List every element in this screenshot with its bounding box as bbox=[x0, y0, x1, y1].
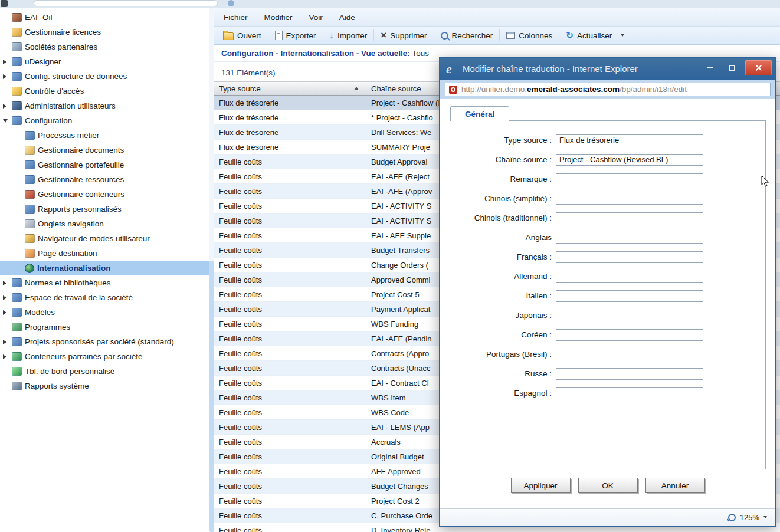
sidebar-item-label: Gestionnaire ressources bbox=[38, 175, 124, 184]
ok-button[interactable]: OK bbox=[578, 478, 638, 493]
cell-type-source: Feuille coûts bbox=[214, 184, 366, 198]
rechercher-button[interactable]: Rechercher bbox=[435, 28, 499, 43]
sidebar-item-gestionnaire-licences[interactable]: Gestionnaire licences bbox=[0, 25, 209, 40]
zoom-dropdown-icon[interactable] bbox=[763, 516, 767, 518]
sidebar-item-administration-utilisateurs[interactable]: Administration utilisateurs bbox=[0, 98, 209, 113]
menu-aide[interactable]: Aide bbox=[331, 13, 363, 22]
field-chinois-traditionnel: Chinois (traditionnel) : bbox=[450, 208, 765, 228]
francais-input[interactable] bbox=[556, 251, 703, 263]
actualiser-button[interactable]: Actualiser bbox=[561, 28, 617, 43]
sidebar-scrollbar-thumb[interactable] bbox=[209, 261, 214, 532]
sidebar-item-tbl-de-bord-personnalise[interactable]: Tbl. de bord personnalisé bbox=[0, 364, 209, 379]
japonais-input[interactable] bbox=[556, 310, 703, 321]
anglais-input[interactable] bbox=[556, 232, 703, 244]
expand-arrow-icon[interactable] bbox=[3, 74, 11, 79]
sidebar-item-configuration[interactable]: Configuration bbox=[0, 113, 209, 128]
espagnol-input[interactable] bbox=[556, 387, 703, 399]
allemand-input[interactable] bbox=[556, 271, 703, 283]
chinois-traditionnel-input[interactable] bbox=[556, 212, 703, 224]
cell-type-source: Feuille coûts bbox=[214, 302, 366, 316]
type-source-input[interactable] bbox=[556, 134, 703, 146]
navigation-tabs-icon bbox=[25, 219, 35, 228]
chaine-source-input[interactable] bbox=[556, 154, 703, 166]
sidebar-item-page-destination[interactable]: Page destination bbox=[0, 246, 209, 261]
cell-type-source: Feuille coûts bbox=[214, 331, 366, 346]
sidebar-item-normes-et-bibliotheques[interactable]: Normes et bibliothèques bbox=[0, 275, 209, 290]
cell-type-source: Feuille coûts bbox=[214, 243, 366, 257]
remarque-input[interactable] bbox=[556, 173, 703, 185]
expand-arrow-icon[interactable] bbox=[3, 281, 11, 285]
sidebar-item-udesigner[interactable]: uDesigner bbox=[0, 54, 209, 69]
maximize-button[interactable] bbox=[723, 61, 740, 75]
column-header-type-source[interactable]: Type source bbox=[214, 82, 366, 95]
sidebar-item-espace-de-travail-de-la-societe[interactable]: Espace de travail de la société bbox=[0, 290, 209, 305]
toolbar-button-label: Importer bbox=[337, 31, 367, 40]
expand-arrow-icon[interactable] bbox=[3, 354, 11, 359]
refresh-dropdown-button[interactable] bbox=[617, 28, 628, 43]
sidebar-item-navigateur-de-modes-utilisateur[interactable]: Navigateur de modes utilisateur bbox=[0, 231, 209, 246]
expand-arrow-icon[interactable] bbox=[3, 310, 11, 315]
sidebar-item-config-structure-de-donnees[interactable]: Config. structure de données bbox=[0, 69, 209, 84]
sidebar-item-gestionnaire-ressources[interactable]: Gestionnaire ressources bbox=[0, 172, 209, 187]
expand-arrow-icon[interactable] bbox=[3, 295, 11, 300]
address-bar-url[interactable]: http://unifier.demo.emerald-associates.c… bbox=[445, 83, 771, 96]
exporter-button[interactable]: Exporter bbox=[270, 28, 322, 43]
apply-button[interactable]: Appliquer bbox=[511, 478, 571, 493]
portugais-bresil-input[interactable] bbox=[556, 349, 703, 360]
menu-modifier[interactable]: Modifier bbox=[256, 13, 301, 22]
sidebar-item-controle-d-acces[interactable]: Contrôle d'accès bbox=[0, 84, 209, 98]
sidebar-item-label: Gestionnaire documents bbox=[38, 146, 124, 155]
russe-input[interactable] bbox=[556, 368, 703, 380]
programs-icon bbox=[12, 323, 22, 331]
italien-input[interactable] bbox=[556, 290, 703, 302]
ouvert-button[interactable]: Ouvert bbox=[218, 28, 267, 43]
tab-general[interactable]: Général bbox=[450, 106, 509, 121]
expand-arrow-icon[interactable] bbox=[3, 60, 11, 64]
browser-address-input-fragment[interactable] bbox=[34, 0, 218, 6]
sidebar-item-gestionnaire-documents[interactable]: Gestionnaire documents bbox=[0, 143, 209, 157]
cell-type-source: Feuille coûts bbox=[214, 435, 366, 449]
sidebar-item-label: Programmes bbox=[25, 323, 70, 331]
expand-arrow-icon[interactable] bbox=[3, 104, 11, 109]
cell-type-source: Flux de trésorerie bbox=[214, 110, 366, 124]
importer-button[interactable]: Importer bbox=[325, 28, 373, 43]
sidebar-item-processus-metier[interactable]: Processus métier bbox=[0, 128, 209, 143]
sidebar-item-internationalisation[interactable]: Internationalisation bbox=[0, 261, 209, 275]
coreen-input[interactable] bbox=[556, 329, 703, 341]
field-label-chaine-source: Chaîne source : bbox=[450, 155, 556, 164]
sidebar-item-modeles[interactable]: Modèles bbox=[0, 305, 209, 320]
portfolio-manager-icon bbox=[25, 160, 35, 169]
cancel-button[interactable]: Annuler bbox=[645, 478, 705, 493]
sidebar-item-rapports-systeme[interactable]: Rapports système bbox=[0, 379, 209, 393]
menu-fichier[interactable]: Fichier bbox=[215, 13, 256, 22]
zoom-level[interactable]: 125% bbox=[740, 513, 759, 522]
user-mode-navigator-icon bbox=[25, 234, 35, 243]
sidebar-item-onglets-navigation[interactable]: Onglets navigation bbox=[0, 216, 209, 231]
supprimer-button[interactable]: Supprimer bbox=[375, 28, 432, 43]
sidebar-item-label: Administration utilisateurs bbox=[25, 101, 116, 110]
field-label-russe: Russe : bbox=[450, 369, 556, 378]
dialog-titlebar[interactable]: Modifier chaîne traduction - Internet Ex… bbox=[440, 58, 775, 80]
cell-type-source: Feuille coûts bbox=[214, 508, 366, 523]
sidebar-item-societes-partenaires[interactable]: Sociétés partenaires bbox=[0, 40, 209, 54]
sidebar-item-programmes[interactable]: Programmes bbox=[0, 320, 209, 334]
expand-arrow-icon[interactable] bbox=[3, 340, 11, 344]
sidebar-item-rapports-personnalises[interactable]: Rapports personnalisés bbox=[0, 202, 209, 216]
sidebar-item-label: Rapports personnalisés bbox=[38, 205, 122, 214]
browser-button-icon[interactable] bbox=[228, 0, 234, 6]
chinois-simplifie-input[interactable] bbox=[556, 193, 703, 205]
sidebar-item-projets-sponsorises-par-societe-standard[interactable]: Projets sponsorisés par société (standar… bbox=[0, 334, 209, 349]
sidebar-item-conteneurs-parraines-par-societe[interactable]: Conteneurs parrainés par société bbox=[0, 349, 209, 364]
collapse-arrow-icon[interactable] bbox=[3, 119, 11, 123]
sidebar-item-gestionnaire-conteneurs[interactable]: Gestionnaire conteneurs bbox=[0, 187, 209, 202]
cell-type-source: Flux de trésorerie bbox=[214, 125, 366, 139]
sidebar-scrollbar[interactable] bbox=[209, 8, 214, 532]
sidebar-item-gestionnaire-portefeuille[interactable]: Gestionnaire portefeuille bbox=[0, 157, 209, 172]
close-button[interactable] bbox=[745, 60, 772, 75]
standards-libraries-icon bbox=[12, 278, 22, 287]
sidebar-item-eai-oil[interactable]: EAI -Oil bbox=[0, 10, 209, 25]
colonnes-button[interactable]: Colonnes bbox=[501, 28, 558, 43]
dialog-address-bar: http://unifier.demo.emerald-associates.c… bbox=[440, 80, 775, 99]
menu-voir[interactable]: Voir bbox=[301, 13, 331, 22]
minimize-button[interactable] bbox=[702, 61, 718, 75]
